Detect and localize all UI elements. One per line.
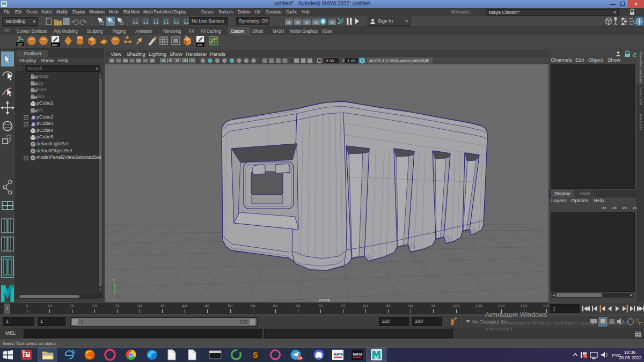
svg-text:S: S xyxy=(253,351,258,359)
svg-text:CP: CP xyxy=(18,43,22,46)
svg-text:0.00: 0.00 xyxy=(326,58,334,63)
svg-text:MAYA: MAYA xyxy=(334,352,343,356)
svg-text:26.05.2022: 26.05.2022 xyxy=(619,355,642,360)
svg-text:O: O xyxy=(636,318,639,322)
svg-text:Y: Y xyxy=(113,278,115,282)
svg-text:Mat: Mat xyxy=(52,43,57,47)
svg-text:18:36: 18:36 xyxy=(624,350,636,355)
svg-text:ACES 1.0 SDR-video (sRGB): ACES 1.0 SDR-video (sRGB) xyxy=(369,58,426,63)
svg-text:FIP: FIP xyxy=(197,43,202,47)
svg-text:234: 234 xyxy=(298,357,303,360)
svg-text:MAYA: MAYA xyxy=(353,352,363,356)
svg-text:1.00: 1.00 xyxy=(347,58,356,63)
